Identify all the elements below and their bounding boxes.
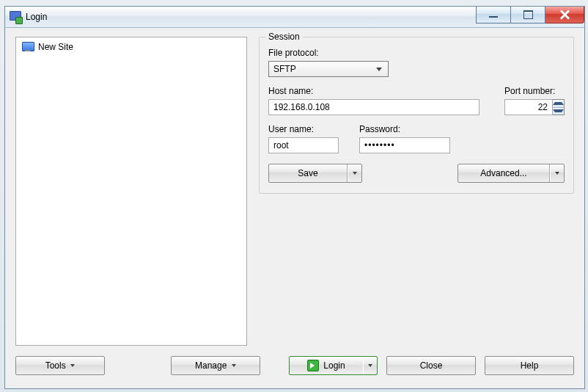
session-panel: Session File protocol: SFTP Host name: P…: [259, 37, 574, 346]
login-button-label: Login: [323, 360, 345, 371]
host-input[interactable]: [268, 99, 479, 115]
port-spinner[interactable]: [553, 99, 565, 115]
session-legend: Session: [265, 32, 303, 42]
app-icon: [10, 11, 21, 23]
window-title: Login: [26, 12, 47, 22]
tools-button-label: Tools: [45, 360, 66, 371]
chevron-down-icon: [70, 364, 75, 367]
manage-button[interactable]: Manage: [171, 356, 260, 375]
maximize-button[interactable]: [511, 7, 545, 23]
chevron-down-icon: [232, 364, 236, 367]
site-item[interactable]: New Site: [19, 40, 243, 54]
close-button-label: Close: [420, 360, 443, 371]
host-label: Host name:: [268, 86, 479, 96]
port-label: Port number:: [504, 86, 565, 96]
close-window-button[interactable]: [545, 7, 584, 23]
site-item-label: New Site: [38, 42, 73, 52]
spinner-down-icon[interactable]: [553, 107, 564, 115]
minimize-button[interactable]: [476, 7, 511, 23]
protocol-select[interactable]: SFTP: [268, 61, 389, 77]
save-button[interactable]: Save: [268, 164, 362, 183]
login-window: Login New Site Session File protocol: SF…: [4, 6, 585, 389]
username-input[interactable]: [268, 137, 339, 153]
protocol-value: SFTP: [273, 64, 296, 74]
advanced-dropdown-arrow[interactable]: [550, 164, 564, 182]
username-label: User name:: [268, 124, 339, 134]
save-button-label: Save: [298, 168, 317, 178]
advanced-button[interactable]: Advanced...: [457, 164, 565, 183]
protocol-label: File protocol:: [268, 48, 565, 58]
login-dropdown-arrow[interactable]: [363, 357, 377, 374]
advanced-button-label: Advanced...: [480, 168, 526, 178]
port-input[interactable]: [504, 99, 553, 115]
tools-button[interactable]: Tools: [15, 356, 105, 375]
bottom-bar: Tools Manage Login Close Help: [15, 352, 574, 380]
manage-button-label: Manage: [195, 360, 227, 371]
computer-icon: [22, 42, 34, 52]
login-button[interactable]: Login: [289, 356, 378, 375]
login-icon: [307, 360, 319, 371]
sites-list[interactable]: New Site: [15, 37, 247, 346]
password-label: Password:: [359, 124, 450, 134]
spinner-up-icon[interactable]: [553, 100, 564, 107]
chevron-down-icon: [373, 63, 385, 75]
help-button-label: Help: [521, 360, 539, 371]
help-button[interactable]: Help: [485, 356, 574, 375]
titlebar[interactable]: Login: [5, 7, 584, 28]
password-input[interactable]: [359, 137, 450, 153]
close-button[interactable]: Close: [386, 356, 476, 375]
save-dropdown-arrow[interactable]: [348, 164, 361, 182]
